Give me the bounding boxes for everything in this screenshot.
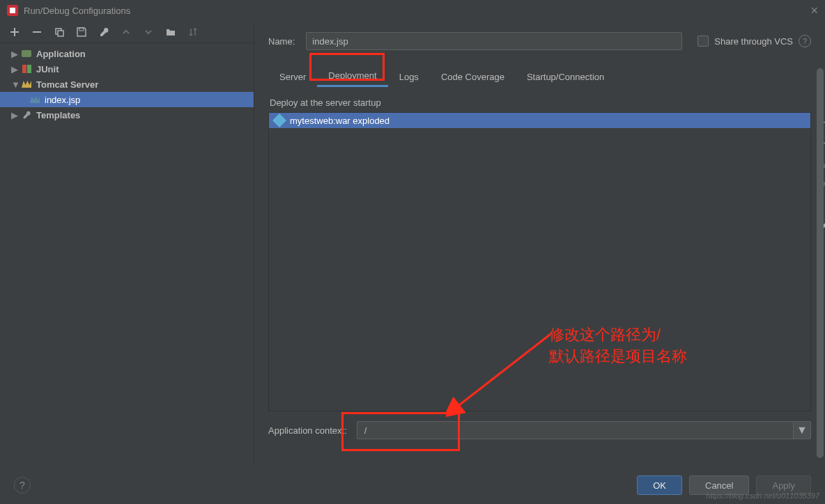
chevron-down-icon: ▼ (11, 79, 20, 90)
application-icon (21, 48, 32, 59)
up-icon[interactable] (120, 26, 132, 38)
tab-code-coverage[interactable]: Code Coverage (430, 68, 516, 86)
share-vcs-label: Share through VCS (714, 36, 793, 47)
context-input[interactable] (357, 421, 793, 439)
context-label: Application context: (268, 425, 347, 436)
close-icon[interactable]: × (810, 3, 818, 18)
add-icon[interactable] (8, 26, 21, 38)
config-tree: ▶ Application ▶ JUnit ▼ Tomcat Server in… (0, 43, 254, 123)
scrollbar[interactable] (817, 68, 824, 486)
chevron-right-icon: ▶ (11, 110, 20, 120)
save-icon[interactable] (75, 26, 88, 38)
remove-icon[interactable] (31, 26, 43, 38)
tomcat-icon (21, 79, 32, 90)
name-input[interactable] (306, 32, 682, 50)
tree-item-templates[interactable]: ▶ Templates (0, 107, 254, 123)
tomcat-run-icon (29, 94, 40, 105)
wrench-icon[interactable] (98, 26, 110, 38)
help-icon[interactable]: ? (799, 35, 811, 47)
context-dropdown-icon[interactable]: ▼ (793, 421, 811, 439)
tab-bar: Server Deployment Logs Code Coverage Sta… (268, 65, 811, 88)
copy-icon[interactable] (53, 26, 65, 38)
tree-item-junit[interactable]: ▶ JUnit (0, 61, 254, 77)
junit-icon (21, 63, 32, 74)
deploy-list[interactable]: mytestweb:war exploded + − ▲ ▼ (268, 112, 811, 411)
tab-startup-connection[interactable]: Startup/Connection (516, 68, 615, 86)
window-title: Run/Debug Configurations (24, 6, 130, 16)
app-icon (7, 5, 18, 16)
tree-item-tomcat[interactable]: ▼ Tomcat Server (0, 77, 254, 92)
main-panel: Name: Share through VCS ? Server Deploym… (254, 21, 825, 466)
footer-help-icon[interactable]: ? (14, 477, 31, 494)
artifact-icon (272, 113, 286, 127)
folder-icon[interactable] (164, 26, 177, 38)
deploy-artifact-item[interactable]: mytestweb:war exploded (269, 113, 810, 128)
sidebar: ▶ Application ▶ JUnit ▼ Tomcat Server in… (0, 21, 254, 466)
footer: ? OK Cancel Apply (0, 466, 825, 504)
tree-item-application[interactable]: ▶ Application (0, 46, 254, 61)
watermark: https://blog.csdn.net/u011035397 (706, 491, 819, 500)
tab-logs[interactable]: Logs (388, 68, 430, 86)
sort-icon[interactable] (187, 26, 199, 38)
svg-rect-1 (58, 31, 63, 36)
titlebar: Run/Debug Configurations × (0, 0, 825, 21)
chevron-right-icon: ▶ (11, 49, 20, 59)
deployment-panel: Deploy at the server startup mytestweb:w… (268, 93, 811, 439)
chevron-right-icon: ▶ (11, 64, 20, 74)
name-label: Name: (268, 36, 295, 47)
sidebar-toolbar (0, 21, 254, 43)
panel-heading: Deploy at the server startup (268, 93, 811, 112)
share-vcs-checkbox[interactable] (697, 36, 709, 47)
ok-button[interactable]: OK (637, 475, 682, 495)
down-icon[interactable] (142, 26, 155, 38)
tab-deployment[interactable]: Deployment (317, 66, 387, 87)
artifact-label: mytestweb:war exploded (290, 116, 390, 126)
tree-item-index-jsp[interactable]: index.jsp (0, 92, 254, 107)
templates-icon (21, 109, 32, 120)
tab-server[interactable]: Server (268, 68, 317, 86)
